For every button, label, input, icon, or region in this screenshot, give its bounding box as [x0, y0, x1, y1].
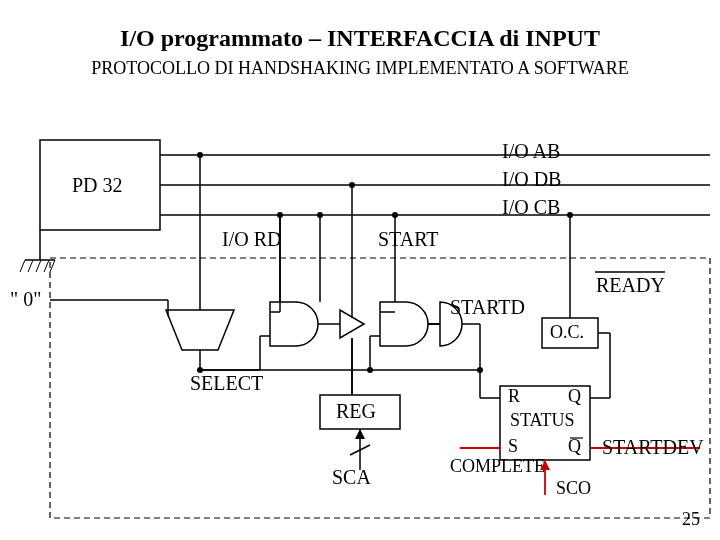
zero-label: " 0" [10, 288, 41, 311]
s-label: S [508, 436, 518, 457]
svg-point-37 [349, 182, 355, 188]
complete-label: COMPLETE [450, 456, 545, 477]
svg-point-43 [367, 367, 373, 373]
q-label: Q [568, 386, 581, 407]
diagram-svg [0, 0, 720, 540]
io-cb-label: I/O CB [502, 196, 560, 219]
svg-line-6 [44, 260, 49, 272]
svg-rect-21 [50, 258, 710, 518]
sca-label: SCA [332, 466, 371, 489]
status-label: STATUS [510, 410, 575, 431]
svg-line-7 [50, 260, 55, 272]
svg-line-3 [20, 260, 25, 272]
startd-label: STARTD [450, 296, 525, 319]
pd32-label: PD 32 [72, 174, 123, 197]
select-label: SELECT [190, 372, 263, 395]
start-label: START [378, 228, 439, 251]
svg-line-4 [28, 260, 33, 272]
io-rd-label: I/O RD [222, 228, 281, 251]
page-number: 25 [682, 509, 700, 530]
svg-line-5 [36, 260, 41, 272]
sco-label: SCO [556, 478, 591, 499]
qbar-label: Q [568, 436, 581, 457]
startdev-label: STARTDEV [602, 436, 704, 459]
svg-marker-97 [355, 429, 365, 439]
io-db-label: I/O DB [502, 168, 561, 191]
r-label: R [508, 386, 520, 407]
svg-marker-22 [166, 310, 234, 350]
io-ab-label: I/O AB [502, 140, 560, 163]
slide: I/O programmato – INTERFACCIA di INPUT P… [0, 0, 720, 540]
reg-label: REG [336, 400, 376, 423]
ready-label: READY [596, 274, 665, 297]
oc-label: O.C. [550, 322, 584, 343]
